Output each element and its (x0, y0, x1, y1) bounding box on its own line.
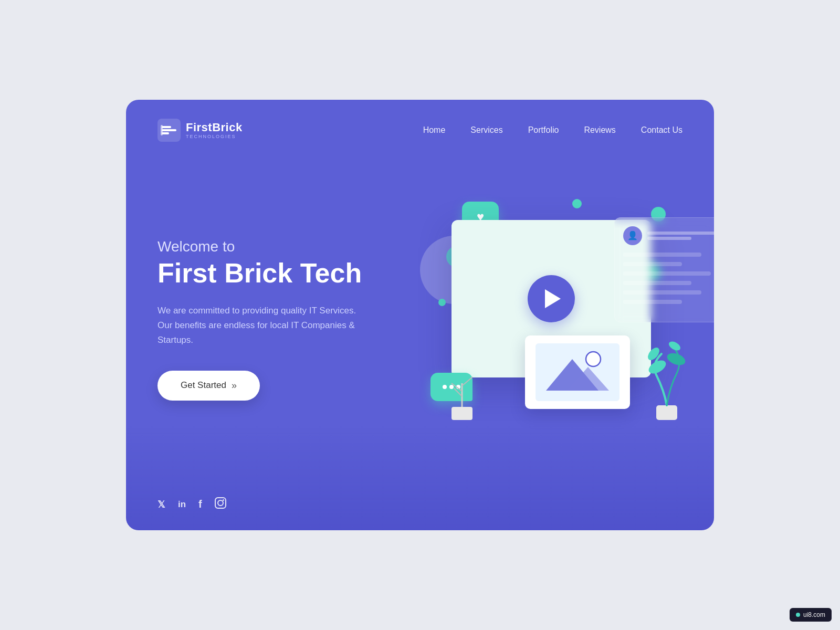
get-started-button[interactable]: Get Started » (158, 371, 260, 401)
play-triangle-icon (545, 289, 561, 308)
twitter-icon[interactable]: 𝕏 (158, 499, 165, 510)
nav-reviews[interactable]: Reviews (584, 125, 615, 135)
main-content: Welcome to First Brick Tech We are commi… (126, 152, 714, 487)
logo-sub: TECHNOLOGIES (186, 134, 243, 139)
linkedin-icon[interactable]: in (178, 499, 186, 510)
teal-plant-icon (646, 328, 688, 422)
nav-portfolio[interactable]: Portfolio (528, 125, 559, 135)
panel-row-2 (623, 262, 682, 266)
panel-row-5 (623, 290, 701, 295)
header: FirstBrick TECHNOLOGIES Home Services Po… (126, 100, 714, 152)
play-button[interactable] (528, 275, 575, 322)
logo-icon (158, 119, 181, 142)
watermark: ui8.com (790, 608, 832, 622)
panel-line-1 (647, 232, 714, 235)
svg-point-18 (667, 339, 682, 352)
image-placeholder (536, 343, 620, 401)
avatar: 👤 (623, 226, 642, 245)
welcome-label: Welcome to (158, 238, 410, 255)
instagram-icon[interactable] (215, 497, 226, 511)
user-icon: 👤 (627, 230, 638, 240)
sidebar-panel: 👤 (614, 217, 714, 322)
facebook-icon[interactable]: f (198, 498, 202, 510)
panel-header: 👤 (623, 226, 714, 245)
panel-row-4 (623, 281, 691, 285)
svg-line-12 (462, 377, 472, 386)
hero-description: We are committed to providing quality IT… (158, 303, 368, 348)
panel-line-2 (647, 237, 691, 240)
cta-arrow: » (232, 380, 237, 391)
plant-left-icon (446, 357, 478, 420)
nav-home[interactable]: Home (423, 125, 446, 135)
svg-rect-19 (215, 498, 226, 508)
logo-brand: FirstBrick (186, 121, 243, 134)
logo-area: FirstBrick TECHNOLOGIES (158, 119, 243, 142)
svg-line-11 (452, 383, 462, 391)
left-content: Welcome to First Brick Tech We are commi… (158, 238, 410, 400)
panel-lines (647, 232, 714, 240)
nav-contact[interactable]: Contact Us (641, 125, 682, 135)
panel-row-3 (623, 271, 711, 276)
footer-social: 𝕏 in f (126, 487, 714, 530)
svg-point-16 (666, 351, 687, 367)
svg-point-21 (223, 499, 224, 501)
logo-text: FirstBrick TECHNOLOGIES (186, 121, 243, 139)
svg-point-20 (218, 500, 223, 506)
wm-dot (796, 613, 800, 617)
svg-point-8 (586, 352, 601, 366)
hero-card: FirstBrick TECHNOLOGIES Home Services Po… (126, 100, 714, 530)
svg-point-17 (646, 345, 662, 362)
panel-row-6 (623, 300, 682, 304)
image-card (525, 335, 630, 409)
svg-rect-2 (162, 129, 176, 131)
plant-left (446, 357, 478, 422)
mountain-image-icon (536, 343, 620, 401)
cta-label: Get Started (181, 380, 226, 391)
teal-circle-1 (572, 199, 582, 208)
panel-row-1 (623, 253, 701, 257)
svg-rect-14 (656, 405, 677, 420)
nav-services[interactable]: Services (470, 125, 502, 135)
svg-rect-4 (161, 125, 163, 135)
hero-title: First Brick Tech (158, 258, 410, 288)
main-nav: Home Services Portfolio Reviews Contact … (423, 125, 682, 135)
svg-rect-3 (162, 132, 169, 134)
teal-circle-7 (438, 299, 446, 306)
svg-rect-1 (162, 126, 171, 128)
illustration: ♥ 👤 (410, 188, 682, 451)
svg-rect-9 (452, 407, 472, 420)
wm-text: ui8.com (803, 611, 825, 618)
panel-rows (623, 253, 714, 304)
